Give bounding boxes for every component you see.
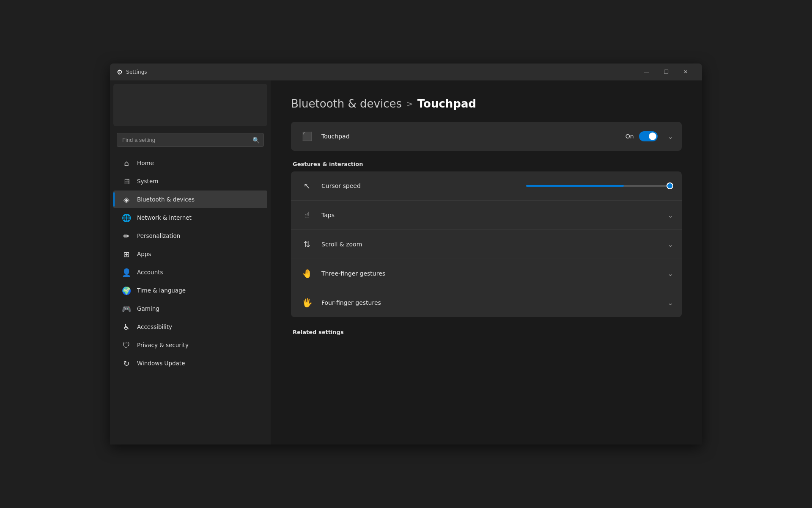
gestures-card: ↖ Cursor speed ☝ Taps ⌄: [291, 171, 682, 317]
four-finger-label: Four-finger gestures: [321, 299, 663, 306]
sidebar-item-gaming[interactable]: 🎮Gaming: [113, 300, 267, 318]
title-bar: ⚙️ Settings — ❐ ✕: [110, 64, 702, 80]
sidebar-item-home[interactable]: ⌂Home: [113, 154, 267, 172]
cursor-speed-label: Cursor speed: [321, 182, 496, 189]
user-avatar-area: [113, 84, 267, 126]
sidebar-item-label-privacy: Privacy & security: [137, 342, 189, 348]
settings-icon: ⚙️: [117, 68, 123, 76]
sidebar-item-accounts[interactable]: 👤Accounts: [113, 263, 267, 281]
touchpad-icon: ⬛: [299, 129, 315, 144]
search-icon: 🔍: [252, 137, 260, 144]
sidebar-item-apps[interactable]: ⊞Apps: [113, 245, 267, 263]
taps-icon: ☝: [299, 207, 315, 223]
slider-area: [496, 185, 673, 187]
scroll-icon: ⇅: [299, 237, 315, 252]
toggle-area: On ⌄: [625, 131, 673, 141]
main-layout: 🔍 ⌂Home🖥System◈Bluetooth & devices🌐Netwo…: [110, 80, 702, 444]
sidebar-item-time[interactable]: 🌍Time & language: [113, 282, 267, 299]
home-icon: ⌂: [122, 158, 131, 168]
breadcrumb-separator: >: [406, 99, 413, 109]
sidebar-item-label-accessibility: Accessibility: [137, 323, 172, 330]
slider-thumb: [667, 182, 673, 189]
touchpad-row[interactable]: ⬛ Touchpad On ⌄: [291, 122, 682, 151]
minimize-button[interactable]: —: [637, 65, 656, 79]
sidebar-item-label-accounts: Accounts: [137, 269, 163, 276]
search-box: 🔍: [117, 133, 264, 147]
sidebar-item-accessibility[interactable]: ♿Accessibility: [113, 318, 267, 336]
sidebar-item-label-system: System: [137, 178, 158, 185]
sidebar-item-update[interactable]: ↻Windows Update: [113, 354, 267, 372]
apps-icon: ⊞: [122, 249, 131, 259]
cursor-icon: ↖: [299, 178, 315, 193]
sidebar-item-network[interactable]: 🌐Network & internet: [113, 209, 267, 226]
scroll-zoom-row[interactable]: ⇅ Scroll & zoom ⌄: [291, 230, 682, 259]
sidebar-item-privacy[interactable]: 🛡Privacy & security: [113, 336, 267, 354]
update-icon: ↻: [122, 359, 131, 368]
three-finger-row[interactable]: 🤚 Three-finger gestures ⌄: [291, 259, 682, 288]
slider-fill: [526, 185, 624, 187]
toggle-thumb: [649, 133, 656, 140]
window-title: Settings: [126, 69, 147, 75]
sidebar-item-label-home: Home: [137, 160, 154, 166]
four-finger-icon: 🖐: [299, 295, 315, 310]
gaming-icon: 🎮: [122, 304, 131, 313]
sidebar-item-personalization[interactable]: ✏Personalization: [113, 227, 267, 245]
accounts-icon: 👤: [122, 268, 131, 277]
breadcrumb: Bluetooth & devices > Touchpad: [291, 97, 682, 110]
privacy-icon: 🛡: [122, 340, 131, 350]
sidebar-item-system[interactable]: 🖥System: [113, 172, 267, 190]
content-area: Bluetooth & devices > Touchpad ⬛ Touchpa…: [271, 80, 702, 444]
three-finger-chevron: ⌄: [668, 270, 673, 278]
scroll-zoom-chevron: ⌄: [668, 240, 673, 248]
sidebar-item-label-apps: Apps: [137, 251, 151, 257]
network-icon: 🌐: [122, 213, 131, 222]
touchpad-expand-chevron[interactable]: ⌄: [668, 133, 673, 141]
taps-row[interactable]: ☝ Taps ⌄: [291, 201, 682, 230]
three-finger-icon: 🤚: [299, 266, 315, 281]
taps-label: Taps: [321, 212, 663, 218]
bluetooth-icon: ◈: [122, 195, 131, 204]
cursor-speed-row[interactable]: ↖ Cursor speed: [291, 171, 682, 201]
touchpad-label: Touchpad: [321, 133, 625, 140]
breadcrumb-parent[interactable]: Bluetooth & devices: [291, 97, 402, 110]
toggle-text: On: [625, 133, 634, 140]
four-finger-row[interactable]: 🖐 Four-finger gestures ⌄: [291, 288, 682, 317]
maximize-button[interactable]: ❐: [656, 65, 676, 79]
system-icon: 🖥: [122, 177, 131, 186]
sidebar-item-label-gaming: Gaming: [137, 305, 159, 312]
related-settings-heading: Related settings: [291, 329, 682, 335]
sidebar-item-label-update: Windows Update: [137, 360, 185, 367]
scroll-zoom-label: Scroll & zoom: [321, 241, 663, 248]
touchpad-toggle[interactable]: [639, 131, 658, 141]
search-input[interactable]: [117, 133, 264, 147]
sidebar-nav: ⌂Home🖥System◈Bluetooth & devices🌐Network…: [110, 150, 271, 444]
sidebar-item-label-personalization: Personalization: [137, 232, 180, 239]
window-controls: — ❐ ✕: [637, 65, 695, 79]
breadcrumb-current: Touchpad: [417, 97, 476, 110]
accessibility-icon: ♿: [122, 322, 131, 331]
close-button[interactable]: ✕: [676, 65, 695, 79]
gestures-heading: Gestures & interaction: [291, 161, 682, 167]
sidebar: 🔍 ⌂Home🖥System◈Bluetooth & devices🌐Netwo…: [110, 80, 271, 444]
sidebar-item-bluetooth[interactable]: ◈Bluetooth & devices: [113, 190, 267, 208]
personalization-icon: ✏: [122, 231, 131, 240]
four-finger-chevron: ⌄: [668, 299, 673, 307]
time-icon: 🌍: [122, 286, 131, 295]
sidebar-item-label-bluetooth: Bluetooth & devices: [137, 196, 195, 203]
taps-chevron: ⌄: [668, 211, 673, 219]
settings-window: ⚙️ Settings — ❐ ✕ 🔍 ⌂Home🖥System◈Bluetoo…: [110, 64, 702, 444]
three-finger-label: Three-finger gestures: [321, 270, 663, 277]
sidebar-item-label-time: Time & language: [137, 287, 186, 294]
cursor-speed-slider[interactable]: [526, 185, 670, 187]
sidebar-item-label-network: Network & internet: [137, 214, 192, 221]
touchpad-card: ⬛ Touchpad On ⌄: [291, 122, 682, 151]
